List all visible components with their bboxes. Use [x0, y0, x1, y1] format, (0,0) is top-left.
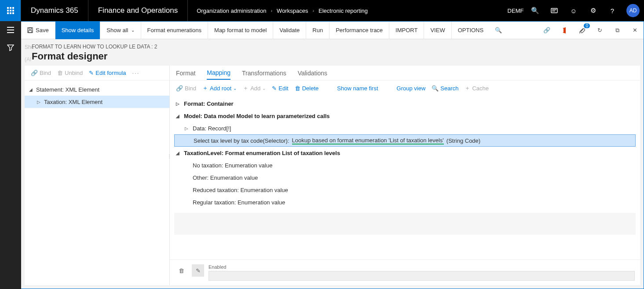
- node-regular-taxation[interactable]: Regular taxation: Enumeration value: [170, 196, 640, 208]
- mapping-panel: ⋮ Format Mapping Transformations Validat…: [170, 66, 640, 285]
- edit-formula-button[interactable]: ✎Edit formula: [89, 70, 126, 76]
- group-view-button[interactable]: Group view: [397, 85, 426, 92]
- add-root-button[interactable]: ＋Add root ⌄: [202, 84, 237, 92]
- action-pane: Save Show details Show all ⌄ Format enum…: [21, 22, 644, 39]
- show-details-button[interactable]: Show details: [55, 22, 101, 39]
- avatar[interactable]: AD: [626, 4, 640, 17]
- svg-rect-2: [12, 7, 14, 9]
- node-other[interactable]: Other: Enumeration value: [170, 171, 640, 184]
- map-bind-label: Bind: [185, 85, 196, 92]
- tab-transformations[interactable]: Transformations: [242, 67, 286, 79]
- tab-validations[interactable]: Validations: [298, 67, 327, 79]
- close-button[interactable]: ✕: [626, 22, 644, 39]
- node-format-container[interactable]: ▷Format: Container: [170, 97, 640, 110]
- tree-node-taxation[interactable]: ▷ Taxation: XML Element: [25, 96, 169, 108]
- delete-button[interactable]: 🗑Delete: [295, 85, 319, 92]
- breadcrumb-item[interactable]: Organization administration: [197, 7, 266, 14]
- link-icon[interactable]: 🔗: [538, 22, 556, 39]
- right-tabs: Format Mapping Transformations Validatio…: [170, 66, 640, 81]
- breadcrumb-item[interactable]: Workspaces: [277, 7, 308, 14]
- refresh-button[interactable]: ↻: [591, 22, 608, 39]
- node-label: No taxation: Enumeration value: [193, 162, 272, 169]
- messages-icon[interactable]: [545, 0, 564, 21]
- format-tree-toolbar: 🔗Bind 🗑Unbind ✎Edit formula ···: [25, 66, 169, 81]
- plus-icon: ＋: [465, 84, 470, 92]
- view-button[interactable]: VIEW: [424, 22, 451, 39]
- mapping-toolbar: 🔗Bind ＋Add root ⌄ ＋Add ⌄ ✎Edit 🗑Delete S…: [170, 81, 640, 96]
- plus-icon: ＋: [243, 84, 249, 92]
- import-button[interactable]: IMPORT: [389, 22, 424, 39]
- more-button[interactable]: ···: [132, 70, 140, 76]
- tab-format[interactable]: Format: [176, 67, 195, 79]
- svg-rect-12: [29, 30, 32, 33]
- waffle-icon: [7, 7, 14, 14]
- link-icon: 🔗: [31, 70, 38, 76]
- map-search-label: Search: [440, 85, 458, 92]
- svg-rect-4: [10, 10, 11, 11]
- chevron-down-icon: ⌄: [131, 28, 135, 33]
- svg-rect-5: [12, 10, 14, 11]
- add-button[interactable]: ＋Add ⌄: [243, 84, 266, 92]
- bind-button[interactable]: 🔗Bind: [31, 70, 51, 76]
- chevron-down-icon: ⌄: [233, 86, 237, 91]
- breadcrumb-item[interactable]: Electronic reporting: [318, 7, 368, 14]
- map-format-to-model-button[interactable]: Map format to model: [208, 22, 273, 39]
- edit-enabled-button[interactable]: ✎: [192, 264, 204, 277]
- edit-button[interactable]: ✎Edit: [272, 85, 288, 92]
- action-search-icon[interactable]: 🔍: [490, 22, 507, 39]
- node-taxation-level[interactable]: ◢TaxationLevel: Format enumeration List …: [170, 147, 640, 159]
- bind-label: Bind: [40, 70, 51, 76]
- format-tree: ◢ Statement: XML Element ▷ Taxation: XML…: [25, 81, 169, 111]
- office-icon[interactable]: [556, 22, 573, 39]
- popout-button[interactable]: ⧉: [608, 22, 626, 39]
- save-button[interactable]: Save: [21, 22, 55, 39]
- node-label: Regular taxation: Enumeration value: [193, 199, 285, 206]
- feedback-icon[interactable]: ☺: [564, 0, 583, 21]
- show-all-button[interactable]: Show all ⌄: [100, 22, 141, 39]
- delete-label: Delete: [302, 85, 319, 92]
- performance-trace-button[interactable]: Performance trace: [329, 22, 389, 39]
- attachments-button[interactable]: 0: [573, 22, 591, 39]
- paperclip-icon: [579, 27, 585, 33]
- node-no-taxation[interactable]: No taxation: Enumeration value: [170, 159, 640, 171]
- cache-button[interactable]: ＋Cache: [465, 84, 489, 92]
- node-label: Data: Record[!]: [193, 125, 231, 132]
- save-label: Save: [36, 27, 49, 33]
- delete-enabled-button[interactable]: 🗑: [175, 264, 187, 277]
- format-enumerations-button[interactable]: Format enumerations: [141, 22, 209, 39]
- nav-toggle-button[interactable]: [0, 21, 21, 39]
- enabled-field[interactable]: [209, 271, 635, 281]
- node-reduced-taxation[interactable]: Reduced taxation: Enumeration value: [170, 184, 640, 196]
- map-search-button[interactable]: 🔍Search: [432, 85, 458, 92]
- validate-button[interactable]: Validate: [273, 22, 306, 39]
- node-model[interactable]: ◢Model: Data model Model to learn parame…: [170, 110, 640, 122]
- help-icon[interactable]: ?: [603, 0, 622, 21]
- plus-icon: ＋: [202, 84, 208, 92]
- run-button[interactable]: Run: [306, 22, 329, 39]
- caret-expanded-icon: ◢: [176, 151, 181, 156]
- options-button[interactable]: OPTIONS: [452, 22, 490, 39]
- node-label: Reduced taxation: Enumeration value: [193, 187, 288, 193]
- app-launcher-button[interactable]: [0, 0, 21, 21]
- node-label: Format: Container: [184, 100, 234, 107]
- trash-icon: 🗑: [295, 85, 300, 92]
- attachments-badge: 0: [584, 23, 590, 28]
- show-name-first-button[interactable]: Show name first: [337, 85, 378, 92]
- legal-entity-label[interactable]: DEMF: [506, 0, 525, 21]
- gear-icon[interactable]: ⚙: [583, 0, 603, 21]
- svg-rect-1: [10, 7, 11, 9]
- svg-rect-11: [29, 28, 32, 30]
- tree-node-statement[interactable]: ◢ Statement: XML Element: [25, 83, 169, 96]
- node-select-tax-level[interactable]: Select tax level by tax code(Selector): …: [174, 134, 636, 147]
- filter-button[interactable]: [0, 39, 21, 56]
- nav-rail: [0, 21, 21, 289]
- svg-rect-8: [12, 12, 14, 14]
- caret-collapsed-icon: ▷: [185, 126, 190, 131]
- unbind-button[interactable]: 🗑Unbind: [57, 70, 83, 76]
- map-bind-button[interactable]: 🔗Bind: [176, 85, 196, 92]
- node-label-suffix: (String Code): [446, 137, 480, 144]
- tab-mapping[interactable]: Mapping: [207, 67, 231, 80]
- search-icon[interactable]: 🔍: [525, 0, 545, 21]
- node-data-record[interactable]: ▷Data: Record[!]: [170, 122, 640, 134]
- cache-label: Cache: [472, 85, 489, 92]
